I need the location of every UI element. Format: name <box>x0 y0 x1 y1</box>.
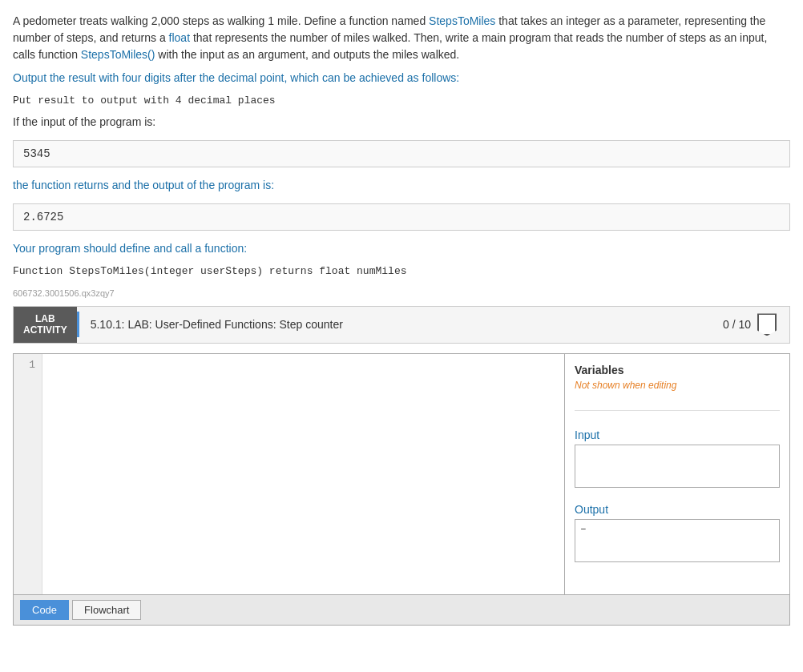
tab-code[interactable]: Code <box>20 600 69 620</box>
function-signature: Function StepsToMiles(integer userSteps)… <box>13 264 790 280</box>
lab-line1: LAB <box>35 313 55 324</box>
line-numbers: 1 <box>14 354 42 594</box>
output-label-text: the function returns and the output of t… <box>13 177 790 194</box>
input-section: Input <box>575 429 780 490</box>
code-input[interactable] <box>47 359 559 590</box>
code-textarea-area <box>42 354 564 594</box>
code-editor-area: 1 <box>14 354 565 594</box>
lab-line2: ACTIVITY <box>23 324 67 336</box>
input-label-text: If the input of the program is: <box>13 114 790 131</box>
output-label-span: the function returns and the output of t… <box>13 179 274 191</box>
editor-main: 1 Variables Not shown when editing Input… <box>14 354 789 594</box>
editor-footer: Code Flowchart <box>14 594 789 625</box>
code-hint: Put result to output with 4 decimal plac… <box>13 93 790 109</box>
function-block: Your program should define and call a fu… <box>13 240 790 280</box>
sample-input-box: 5345 <box>13 140 790 167</box>
highlight-float: float <box>169 31 190 44</box>
score-text: 0 / 10 <box>723 318 751 331</box>
sample-output-box: 2.6725 <box>13 203 790 231</box>
output-intro-text: Output the result with four digits after… <box>13 70 790 87</box>
function-intro-text: Your program should define and call a fu… <box>13 240 790 257</box>
activity-title: 5.10.1: LAB: User-Defined Functions: Ste… <box>77 312 710 337</box>
line-number-1: 1 <box>20 359 35 371</box>
output-box: – <box>575 519 780 562</box>
input-label: Input <box>575 429 780 441</box>
output-label-block: the function returns and the output of t… <box>13 177 790 194</box>
meta-id: 606732.3001506.qx3zqy7 <box>13 288 790 298</box>
highlight-function-name: StepsToMiles <box>429 14 495 27</box>
output-label: Output <box>575 503 780 516</box>
variables-title: Variables <box>575 364 780 376</box>
variables-section: Variables Not shown when editing <box>575 364 780 391</box>
description-para1: A pedometer treats walking 2,000 steps a… <box>13 13 790 63</box>
activity-score: 0 / 10 <box>710 307 789 342</box>
editor-container: 1 Variables Not shown when editing Input… <box>13 353 790 626</box>
variables-note: Not shown when editing <box>575 380 780 391</box>
right-panel: Variables Not shown when editing Input O… <box>565 354 789 594</box>
function-intro-span: Your program should define and call a fu… <box>13 242 247 255</box>
output-section: Output – <box>575 503 780 562</box>
score-badge <box>757 313 777 336</box>
input-textarea[interactable] <box>575 445 780 488</box>
lab-label: LAB ACTIVITY <box>14 307 77 343</box>
highlight-call: StepsToMiles() <box>81 48 155 61</box>
tab-flowchart[interactable]: Flowchart <box>72 600 141 620</box>
description-block: A pedometer treats walking 2,000 steps a… <box>13 13 790 131</box>
activity-bar: LAB ACTIVITY 5.10.1: LAB: User-Defined F… <box>13 306 790 344</box>
output-intro-span: Output the result with four digits after… <box>13 71 459 84</box>
divider <box>575 410 780 411</box>
